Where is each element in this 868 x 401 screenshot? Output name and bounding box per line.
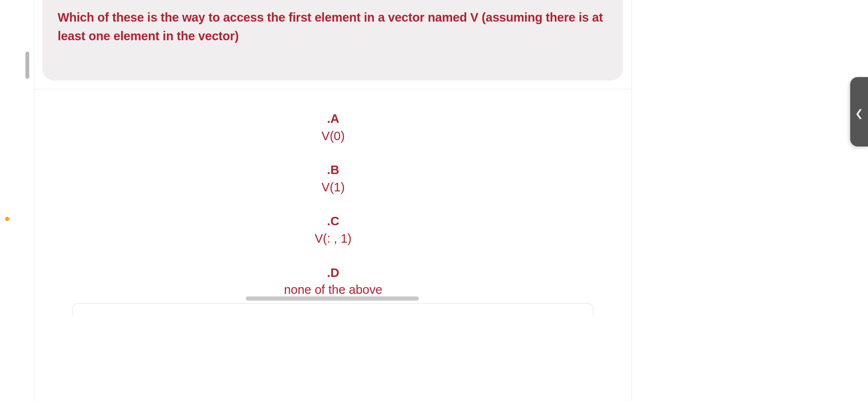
status-dot <box>5 217 9 221</box>
answer-label-b: .B <box>322 161 345 179</box>
section-divider <box>34 89 632 89</box>
answer-option-b[interactable]: .B V(1) <box>322 161 345 196</box>
answer-label-d: .D <box>284 264 382 282</box>
answer-text-a: V(0) <box>322 127 345 145</box>
answer-label-a: .A <box>322 110 345 127</box>
answer-text-c: V(: , 1) <box>314 230 351 247</box>
question-card: Which of these is the way to access the … <box>42 0 623 80</box>
question-text: Which of these is the way to access the … <box>58 8 608 45</box>
answer-option-d[interactable]: .D none of the above <box>284 264 382 299</box>
expand-panel-tab[interactable]: ‹ <box>850 77 868 147</box>
answer-text-b: V(1) <box>322 179 345 196</box>
right-divider <box>632 0 632 401</box>
chevron-left-icon: ‹ <box>856 99 862 124</box>
horizontal-scrollbar[interactable] <box>246 296 419 301</box>
answer-label-c: .C <box>314 213 351 230</box>
answer-option-a[interactable]: .A V(0) <box>322 110 345 144</box>
vertical-scrollbar[interactable] <box>25 52 29 79</box>
answer-input-box[interactable] <box>72 303 593 316</box>
answers-container: .A V(0) .B V(1) .C V(: , 1) .D none of t… <box>34 110 632 299</box>
answer-option-c[interactable]: .C V(: , 1) <box>314 213 351 247</box>
answer-text-d: none of the above <box>284 281 382 299</box>
